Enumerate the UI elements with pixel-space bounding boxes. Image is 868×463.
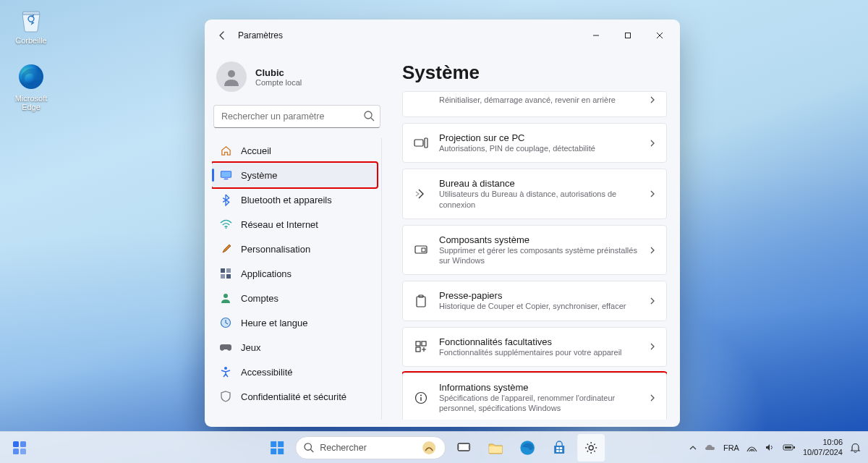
svg-point-34: [305, 443, 311, 450]
close-button[interactable]: [644, 24, 676, 47]
nav-item-accessibility[interactable]: Accessibilité: [212, 360, 377, 384]
games-icon: [219, 341, 232, 354]
svg-rect-31: [278, 441, 284, 447]
svg-rect-23: [416, 347, 420, 352]
maximize-button[interactable]: [612, 24, 644, 47]
desktop-edge[interactable]: Microsoft Edge: [6, 62, 56, 111]
desktop-icon-label: Microsoft Edge: [6, 94, 56, 111]
settings-card-project[interactable]: Projection sur ce PCAutorisations, PIN d…: [402, 123, 667, 163]
bluetooth-icon: [219, 193, 232, 206]
nav-item-time[interactable]: Heure et langue: [212, 310, 377, 335]
home-icon: [219, 144, 232, 157]
nav-item-label: Confidentialité et sécurité: [241, 391, 346, 402]
store-button[interactable]: [545, 434, 573, 462]
taskbar: Rechercher FRA 10:06 10/07/2024: [0, 431, 868, 463]
nav-item-system[interactable]: Système: [212, 163, 377, 187]
nav-item-label: Bluetooth et appareils: [241, 195, 332, 205]
nav-item-games[interactable]: Jeux: [212, 335, 377, 360]
accessibility-icon: [219, 365, 232, 378]
svg-point-46: [751, 450, 752, 451]
settings-card-components[interactable]: Composants systèmeSupprimer et gérer les…: [402, 225, 667, 276]
avatar: [216, 61, 247, 92]
card-title: Bureau à distance: [439, 178, 639, 189]
card-subtitle: Fonctionnalités supplémentaires pour vot…: [439, 347, 639, 357]
page-title: Système: [402, 51, 667, 91]
svg-rect-33: [278, 449, 284, 454]
tray-battery-icon[interactable]: [783, 443, 796, 451]
chevron-right-icon: [649, 245, 656, 255]
card-subtitle: Spécifications de l'appareil, renommer l…: [439, 393, 639, 414]
card-subtitle: Supprimer et gérer les composants systèm…: [439, 245, 639, 266]
card-subtitle: Utilisateurs du Bureau à distance, autor…: [439, 189, 639, 210]
minimize-button[interactable]: [580, 24, 612, 47]
svg-rect-42: [559, 447, 562, 449]
nav-item-account[interactable]: Comptes: [212, 286, 377, 310]
nav-item-label: Jeux: [241, 342, 260, 353]
nav-item-label: Réseau et Internet: [241, 219, 318, 230]
nav-item-privacy[interactable]: Confidentialité et sécurité: [212, 384, 377, 409]
svg-rect-26: [13, 441, 19, 447]
user-name: Clubic: [255, 67, 302, 78]
tray-notifications-icon[interactable]: [850, 442, 861, 453]
explorer-button[interactable]: [482, 434, 509, 462]
nav-item-home[interactable]: Accueil: [212, 138, 377, 163]
card-title: Fonctionnalités facultatives: [439, 336, 639, 347]
remote-icon: [413, 186, 429, 202]
edge-taskbar-button[interactable]: [514, 434, 541, 462]
tray-clock[interactable]: 10:06 10/07/2024: [803, 438, 843, 456]
desktop-recycle-bin[interactable]: Corbeille: [6, 4, 56, 45]
nav-list: AccueilSystèmeBluetooth et appareilsRése…: [212, 138, 382, 420]
taskbar-search[interactable]: Rechercher: [295, 436, 446, 459]
nav-item-bluetooth[interactable]: Bluetooth et appareils: [212, 187, 377, 212]
user-account-row[interactable]: Clubic Compte local: [212, 57, 382, 102]
svg-rect-29: [20, 449, 26, 454]
settings-card-info[interactable]: Informations systèmeSpécifications de l'…: [402, 373, 667, 420]
settings-card-clipboard[interactable]: Presse-papiersHistorique de Couper et Co…: [402, 281, 667, 320]
settings-card-optional[interactable]: Fonctionnalités facultativesFonctionnali…: [402, 327, 667, 367]
svg-rect-1: [626, 33, 631, 38]
tray-language[interactable]: FRA: [723, 443, 739, 452]
svg-rect-22: [422, 341, 426, 346]
apps-icon: [219, 267, 232, 280]
tray-chevron-icon[interactable]: [689, 443, 697, 452]
recycle-bin-icon: [17, 4, 46, 33]
widgets-button[interactable]: [7, 436, 32, 460]
wifi-icon: [219, 218, 232, 231]
svg-rect-21: [416, 341, 420, 346]
tray-onedrive-icon[interactable]: [705, 443, 716, 452]
info-icon: [413, 390, 429, 406]
optional-icon: [413, 339, 429, 354]
svg-rect-28: [13, 449, 19, 454]
start-button[interactable]: [263, 434, 291, 462]
svg-point-14: [224, 367, 227, 370]
svg-point-12: [224, 294, 228, 298]
svg-rect-16: [425, 138, 427, 148]
settings-taskbar-button[interactable]: [577, 434, 605, 462]
settings-card-recovery[interactable]: Réinitialiser, démarrage avancé, revenir…: [402, 91, 667, 117]
card-title: Presse-papiers: [439, 290, 639, 301]
svg-rect-41: [556, 447, 559, 449]
tray-network-icon[interactable]: [746, 443, 757, 452]
user-subtitle: Compte local: [255, 78, 302, 87]
svg-point-2: [228, 70, 235, 77]
back-button[interactable]: [209, 22, 235, 48]
svg-point-45: [589, 446, 593, 450]
svg-rect-10: [221, 274, 225, 279]
nav-item-brush[interactable]: Personnalisation: [212, 237, 377, 261]
titlebar: Paramètres: [205, 20, 680, 51]
nav-item-label: Système: [241, 170, 278, 181]
task-view-button[interactable]: [450, 434, 477, 462]
tray-volume-icon[interactable]: [765, 443, 775, 452]
settings-card-remote[interactable]: Bureau à distanceUtilisateurs du Bureau …: [402, 169, 667, 219]
svg-rect-49: [793, 446, 795, 449]
nav-item-label: Accueil: [241, 145, 271, 156]
svg-rect-9: [226, 268, 231, 273]
search-input[interactable]: [213, 105, 380, 128]
tray-date: 10/07/2024: [803, 448, 843, 457]
svg-rect-11: [226, 274, 231, 279]
nav-item-wifi[interactable]: Réseau et Internet: [212, 212, 377, 237]
chevron-right-icon: [649, 95, 656, 105]
nav-item-apps[interactable]: Applications: [212, 261, 377, 286]
window-title: Paramètres: [238, 30, 283, 41]
svg-point-3: [365, 111, 372, 119]
